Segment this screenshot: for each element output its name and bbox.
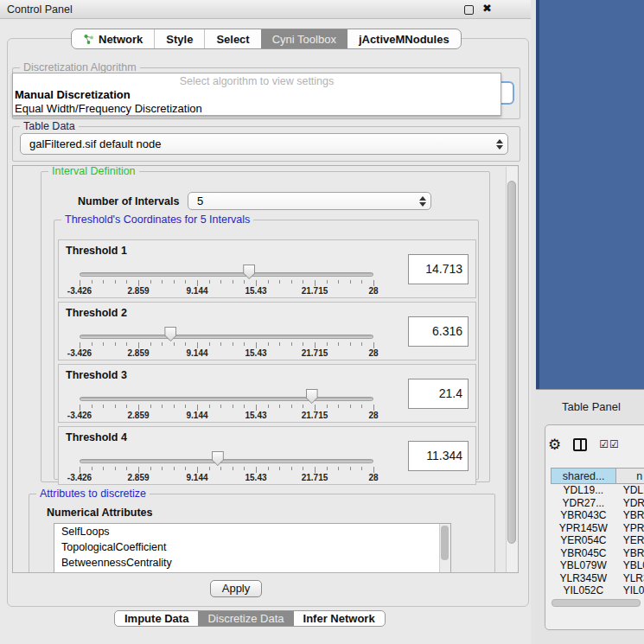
table-cell[interactable]: YBR0 — [616, 547, 644, 560]
top-tab-bar: NetworkStyleSelectCyni ToolboxjActiveMNo… — [71, 29, 462, 49]
tab-label: jActiveMNodules — [359, 33, 450, 46]
threshold-value-field[interactable]: 6.316 — [408, 316, 469, 347]
table-cell[interactable]: YDR2 — [616, 497, 644, 510]
slider-track[interactable] — [80, 335, 373, 339]
tab-discretize-data[interactable]: Discretize Data — [198, 611, 293, 626]
table-row[interactable]: YDR27...YDR2 — [551, 497, 644, 510]
dropdown-options: Manual DiscretizationEqual Width/Frequen… — [13, 87, 501, 115]
slider-ticks — [80, 280, 373, 286]
tab-network[interactable]: Network — [72, 29, 154, 48]
table-cell[interactable]: YDL1 — [616, 484, 644, 497]
tab-jactivemnodules[interactable]: jActiveMNodules — [348, 29, 461, 48]
table-row[interactable]: YIL052CYIL0 — [551, 584, 644, 597]
slider-thumb[interactable] — [164, 327, 176, 341]
table-cell[interactable]: YPR1 — [616, 522, 644, 535]
slider-track[interactable] — [80, 272, 373, 277]
group-title: Attributes to discretize — [36, 488, 150, 500]
table-row[interactable]: YDL19...YDL1 — [551, 484, 644, 497]
dropdown-hint: Select algorithm to view settings — [13, 73, 501, 87]
attribute-item[interactable]: BetweennessCentrality — [54, 555, 450, 571]
table-cell[interactable]: YBL079W — [551, 559, 616, 572]
threshold-label: Threshold 1 — [66, 245, 127, 257]
tab-infer-network[interactable]: Infer Network — [294, 611, 385, 626]
tab-label: Style — [166, 33, 193, 46]
table-cell[interactable]: YBR0 — [616, 509, 644, 522]
slider-scale-labels: -3.4262.8599.14415.4321.71528 — [80, 286, 373, 296]
slider-track[interactable] — [80, 397, 373, 401]
float-icon[interactable] — [464, 5, 474, 15]
table-cell[interactable]: YIL0 — [616, 584, 644, 597]
network-icon — [83, 34, 94, 45]
numerical-attributes-label: Numerical Attributes — [47, 507, 152, 519]
table-row[interactable]: YBR045CYBR0 — [551, 547, 644, 560]
slider-thumb[interactable] — [243, 265, 255, 279]
slider-scale-labels: -3.4262.8599.14415.4321.71528 — [80, 348, 373, 359]
table-panel: Table Panel ⚙ ☑☑ shared...n YDL19...YDL1… — [536, 389, 644, 644]
attribute-item[interactable]: SelfLoops — [54, 524, 450, 539]
threshold-value-field[interactable]: 21.4 — [408, 379, 469, 409]
attribute-item[interactable]: TopologicalCoefficient — [54, 539, 450, 555]
column-header-2[interactable]: n — [616, 468, 644, 484]
table-row[interactable]: YBR043CYBR0 — [551, 509, 644, 522]
table-cell[interactable]: YER0 — [616, 534, 644, 547]
numerical-attributes-list[interactable]: SelfLoopsTopologicalCoefficientBetweenne… — [54, 523, 451, 573]
combobox-stepper-icon — [492, 139, 507, 150]
algorithm-dropdown-popup: Select algorithm to view settings Manual… — [12, 73, 501, 116]
scrollbar-thumb[interactable] — [507, 181, 516, 544]
dropdown-option[interactable]: Equal Width/Frequency Discretization — [13, 101, 501, 115]
tab-style[interactable]: Style — [154, 29, 204, 48]
table-cell[interactable]: YLR3 — [616, 572, 644, 585]
tab-label: Network — [99, 33, 143, 46]
slider-track[interactable] — [80, 459, 373, 463]
table-cell[interactable]: YBL0 — [616, 559, 644, 572]
table-row[interactable]: YBL079WYBL0 — [551, 559, 644, 572]
table-row[interactable]: YPR145WYPR1 — [551, 522, 644, 535]
threshold-panel: Threshold 2-3.4262.8599.14415.4321.71528… — [58, 302, 476, 360]
network-window[interactable]: GAL80GACGAL11GAL4GCY1HHAP2 — [536, 0, 644, 389]
table-cell[interactable]: YER054C — [551, 534, 616, 547]
checkbox-icons[interactable]: ☑☑ — [599, 438, 620, 450]
tab-label: Impute Data — [124, 612, 188, 625]
number-of-intervals-spinner[interactable]: 5 — [188, 192, 431, 210]
gear-icon[interactable]: ⚙ — [548, 436, 561, 453]
slider-thumb[interactable] — [212, 451, 224, 466]
apply-button[interactable]: Apply — [210, 580, 262, 597]
threshold-label: Threshold 3 — [66, 369, 127, 381]
tab-select[interactable]: Select — [204, 29, 260, 48]
tab-label: Cyni Toolbox — [272, 33, 336, 46]
table-cell[interactable]: YIL052C — [551, 584, 616, 597]
threshold-value-field[interactable]: 11.344 — [408, 441, 469, 471]
table-header[interactable]: shared...n — [551, 468, 644, 484]
table-body[interactable]: YDL19...YDL1YDR27...YDR2YBR043CYBR0YPR14… — [551, 484, 644, 597]
column-header-1[interactable]: shared... — [551, 468, 616, 484]
horizontal-scrollbar[interactable] — [552, 599, 641, 607]
threshold-panel: Threshold 3-3.4262.8599.14415.4321.71528… — [58, 364, 476, 423]
table-cell[interactable]: YDL19... — [551, 484, 616, 497]
slider-ticks — [80, 467, 373, 473]
split-columns-icon[interactable] — [573, 438, 587, 451]
table-cell[interactable]: YBR043C — [551, 509, 616, 522]
list-scrollbar[interactable] — [439, 524, 450, 573]
slider-ticks — [80, 405, 373, 411]
table-row[interactable]: YER054CYER0 — [551, 534, 644, 547]
dropdown-option[interactable]: Manual Discretization — [13, 87, 501, 101]
threshold-value-field[interactable]: 14.713 — [408, 254, 469, 284]
close-icon[interactable]: ✖ — [482, 2, 492, 15]
table-cell[interactable]: YLR345W — [551, 572, 616, 585]
table-cell[interactable]: YPR145W — [551, 522, 616, 535]
table-row[interactable]: YLR345WYLR3 — [551, 572, 644, 585]
panel-title: Control Panel — [7, 3, 73, 16]
slider-thumb[interactable] — [306, 389, 318, 404]
tab-label: Select — [216, 33, 249, 46]
table-cell[interactable]: YDR27... — [551, 497, 616, 510]
tab-impute-data[interactable]: Impute Data — [115, 611, 198, 626]
tab-cyni-toolbox[interactable]: Cyni Toolbox — [261, 29, 348, 48]
control-panel-titlebar: Control Panel ✖ — [0, 0, 536, 19]
table-cell[interactable]: YBR045C — [551, 547, 616, 560]
combobox-value: galFiltered.sif default node — [21, 137, 492, 150]
threshold-panel: Threshold 4-3.4262.8599.14415.4321.71528… — [58, 426, 476, 485]
threshold-panel: Threshold 1-3.4262.8599.14415.4321.71528… — [58, 239, 476, 298]
node-table[interactable]: shared...n YDL19...YDL1YDR27...YDR2YBR04… — [551, 468, 644, 597]
table-data-combobox[interactable]: galFiltered.sif default node — [20, 133, 508, 155]
number-of-intervals-label: Number of Intervals — [78, 195, 179, 207]
